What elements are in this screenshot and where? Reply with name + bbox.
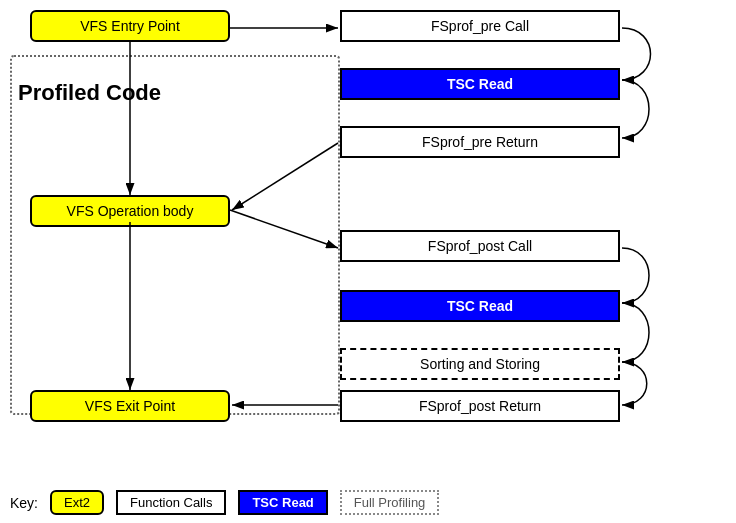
- key-section: Key: Ext2 Function Calls TSC Read Full P…: [10, 490, 439, 515]
- key-tsc-read: TSC Read: [238, 490, 327, 515]
- profiled-code-box: [10, 55, 340, 415]
- vfs-exit-box: VFS Exit Point: [30, 390, 230, 422]
- vfs-entry-box: VFS Entry Point: [30, 10, 230, 42]
- key-label: Key:: [10, 495, 38, 511]
- fsprof-post-return-box: FSprof_post Return: [340, 390, 620, 422]
- key-full-profiling: Full Profiling: [340, 490, 440, 515]
- fsprof-pre-call-box: FSprof_pre Call: [340, 10, 620, 42]
- tsc-read-1-box: TSC Read: [340, 68, 620, 100]
- fsprof-pre-return-box: FSprof_pre Return: [340, 126, 620, 158]
- diagram-container: Profiled Code VFS Entry Point VFS Operat…: [0, 0, 736, 523]
- key-ext2: Ext2: [50, 490, 104, 515]
- vfs-operation-box: VFS Operation body: [30, 195, 230, 227]
- sorting-storing-box: Sorting and Storing: [340, 348, 620, 380]
- key-function-calls: Function Calls: [116, 490, 226, 515]
- tsc-read-2-box: TSC Read: [340, 290, 620, 322]
- fsprof-post-call-box: FSprof_post Call: [340, 230, 620, 262]
- profiled-code-label: Profiled Code: [18, 80, 161, 106]
